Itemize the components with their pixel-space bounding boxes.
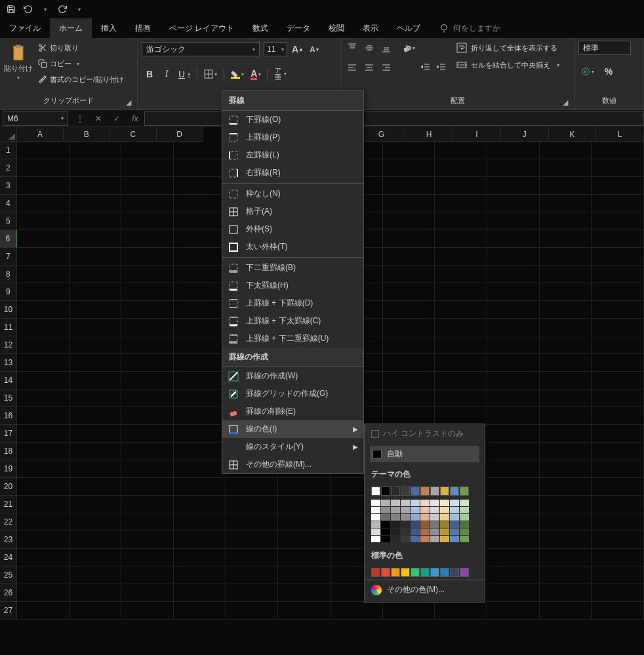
color-shade[interactable] [381, 528, 390, 535]
cell[interactable] [592, 142, 644, 159]
row-header[interactable]: 19 [0, 460, 17, 478]
cell[interactable] [17, 584, 70, 602]
row-header[interactable]: 13 [0, 354, 17, 372]
cell[interactable] [278, 566, 331, 584]
clipboard-launcher-icon[interactable]: ◢ [124, 98, 133, 107]
cell[interactable] [17, 248, 70, 266]
cell[interactable] [383, 354, 435, 372]
cell[interactable] [174, 195, 226, 212]
cell[interactable] [174, 549, 226, 566]
column-header[interactable]: J [501, 127, 549, 142]
cell[interactable] [592, 425, 644, 443]
color-shade[interactable] [420, 514, 430, 521]
border-menu-top_bottom[interactable]: 上罫線 + 下罫線(D) [222, 294, 363, 312]
decrease-indent-button[interactable] [418, 60, 433, 75]
cell[interactable] [17, 389, 70, 407]
cell[interactable] [435, 212, 487, 230]
row-header[interactable]: 10 [0, 301, 17, 319]
font-size-combo[interactable]: 11▾ [264, 42, 287, 56]
cell[interactable] [174, 496, 226, 513]
row-header[interactable]: 25 [0, 566, 17, 584]
cell[interactable] [174, 478, 226, 496]
cell[interactable] [487, 443, 540, 460]
cell[interactable] [592, 478, 644, 496]
cell[interactable] [17, 531, 70, 549]
cell[interactable] [121, 195, 174, 212]
formula-input[interactable] [144, 111, 644, 126]
color-swatch[interactable] [430, 486, 439, 496]
color-shade[interactable] [411, 514, 420, 521]
cell[interactable] [435, 372, 487, 389]
row-header[interactable]: 12 [0, 336, 17, 354]
color-swatch[interactable] [420, 568, 430, 577]
cell[interactable] [121, 425, 174, 443]
column-header[interactable]: C [110, 127, 157, 142]
color-shade[interactable] [430, 514, 439, 521]
tab-formulas[interactable]: 数式 [243, 18, 277, 38]
cell[interactable] [383, 336, 435, 354]
merge-center-button[interactable]: セルを結合して中央揃え▾ [456, 58, 559, 72]
cell[interactable] [383, 301, 435, 319]
cell[interactable] [540, 248, 592, 266]
cell[interactable] [383, 266, 435, 283]
cell[interactable] [121, 319, 174, 336]
cell[interactable] [17, 177, 70, 195]
color-shade[interactable] [440, 500, 449, 506]
cell[interactable] [174, 283, 226, 301]
cell[interactable] [121, 566, 174, 584]
borders-button[interactable]: ▾ [201, 67, 220, 81]
cell[interactable] [383, 389, 435, 407]
cell[interactable] [17, 159, 70, 177]
align-top-button[interactable] [345, 41, 359, 55]
more-colors-row[interactable]: その他の色(M)... [365, 580, 485, 599]
cell[interactable] [70, 389, 122, 407]
color-swatch[interactable] [460, 486, 469, 496]
cell[interactable] [174, 531, 226, 549]
color-shade[interactable] [411, 507, 420, 513]
border-menu-none[interactable]: 枠なし(N) [222, 185, 363, 203]
cell[interactable] [174, 389, 226, 407]
cell[interactable] [226, 478, 279, 496]
row-header[interactable]: 4 [0, 195, 17, 212]
row-header[interactable]: 23 [0, 531, 17, 549]
cell[interactable] [383, 248, 435, 266]
column-header[interactable]: A [17, 127, 64, 142]
cell[interactable] [487, 354, 540, 372]
cell[interactable] [487, 230, 540, 248]
row-header[interactable]: 14 [0, 372, 17, 389]
column-header[interactable]: D [157, 127, 203, 142]
border-menu-outside[interactable]: 外枠(S) [222, 220, 363, 238]
border-menu-top_dblbtm[interactable]: 上罫線 + 下二重罫線(U) [222, 330, 363, 347]
color-shade[interactable] [420, 528, 430, 535]
color-shade[interactable] [460, 521, 469, 528]
cell[interactable] [174, 584, 226, 602]
color-shade[interactable] [391, 514, 400, 521]
cell[interactable] [592, 513, 644, 531]
cell[interactable] [121, 336, 174, 354]
tab-draw[interactable]: 描画 [126, 18, 160, 38]
cell[interactable] [540, 266, 592, 283]
enter-button[interactable]: ✓ [108, 111, 126, 126]
cell[interactable] [540, 496, 592, 513]
undo-icon[interactable] [21, 2, 35, 16]
color-swatch[interactable] [450, 486, 459, 496]
align-right-button[interactable] [379, 60, 393, 75]
cell[interactable] [278, 549, 331, 566]
color-shade[interactable] [430, 521, 439, 528]
cell[interactable] [487, 531, 540, 549]
cell[interactable] [174, 372, 226, 389]
cell[interactable] [70, 159, 122, 177]
color-shade[interactable] [391, 528, 400, 535]
cell[interactable] [435, 602, 487, 620]
cell[interactable] [17, 336, 70, 354]
cell[interactable] [435, 159, 487, 177]
border-menu-thick_bottom[interactable]: 下太罫線(H) [222, 277, 363, 294]
cell[interactable] [17, 496, 70, 513]
cell[interactable] [540, 584, 592, 602]
underline-button[interactable]: U▾ [176, 67, 193, 81]
cell[interactable] [540, 301, 592, 319]
color-shade[interactable] [381, 521, 390, 528]
cell[interactable] [435, 389, 487, 407]
cell[interactable] [226, 584, 279, 602]
cell[interactable] [592, 319, 644, 336]
